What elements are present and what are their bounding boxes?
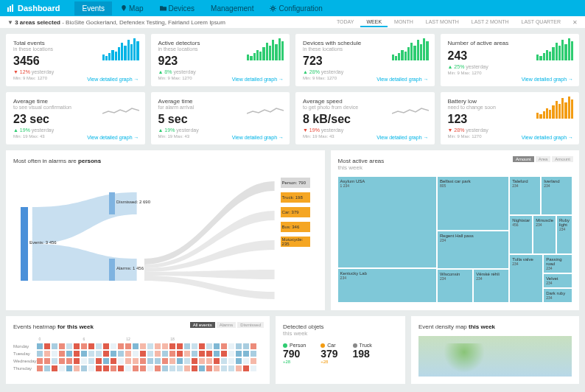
tm-cell[interactable]: Passing road234 bbox=[544, 255, 572, 273]
heatmap-cell[interactable] bbox=[66, 358, 72, 364]
heatmap-cell[interactable] bbox=[44, 343, 50, 349]
heatmap-cell[interactable] bbox=[206, 343, 212, 349]
heatmap-cell[interactable] bbox=[177, 365, 183, 371]
heatmap-cell[interactable] bbox=[236, 365, 242, 371]
heatmap-cell[interactable] bbox=[88, 365, 94, 371]
view-detailed-link[interactable]: View detailed graph → bbox=[87, 77, 139, 82]
heatmap-cell[interactable] bbox=[192, 343, 197, 349]
heatmap-cell[interactable] bbox=[192, 358, 197, 364]
tm-cell[interactable]: Regent Hall pass234 bbox=[438, 231, 508, 268]
heatmap-cell[interactable] bbox=[169, 365, 175, 371]
view-detailed-link[interactable]: View detailed graph → bbox=[376, 135, 428, 140]
range-month[interactable]: MONTH bbox=[388, 18, 419, 27]
heatmap-cell[interactable] bbox=[37, 351, 43, 357]
heatmap-cell[interactable] bbox=[59, 343, 65, 349]
nav-events[interactable]: Events bbox=[74, 1, 112, 15]
heatmap-cell[interactable] bbox=[251, 358, 256, 364]
heatmap-cell[interactable] bbox=[147, 365, 153, 371]
heatmap-cell[interactable] bbox=[214, 358, 220, 364]
tm-cell[interactable]: Wisconsin234 bbox=[438, 270, 472, 302]
heatmap-cell[interactable] bbox=[111, 358, 116, 364]
tm-cell[interactable]: Nightstar456 bbox=[510, 216, 532, 253]
heatmap-cell[interactable] bbox=[177, 351, 183, 357]
heatmap-cell[interactable] bbox=[140, 365, 146, 371]
heatmap-cell[interactable] bbox=[59, 358, 65, 364]
heatmap-cell[interactable] bbox=[66, 343, 72, 349]
heatmap-cell[interactable] bbox=[81, 358, 87, 364]
heatmap-cell[interactable] bbox=[221, 343, 227, 349]
heatmap-cell[interactable] bbox=[118, 351, 124, 357]
tm-cell[interactable]: Tulla valve234 bbox=[510, 255, 542, 302]
heatmap-cell[interactable] bbox=[236, 343, 242, 349]
heatmap-cell[interactable] bbox=[177, 343, 183, 349]
heatmap-cell[interactable] bbox=[37, 358, 43, 364]
heatmap-cell[interactable] bbox=[74, 351, 80, 357]
heatmap-cell[interactable] bbox=[236, 358, 242, 364]
heatmap-cell[interactable] bbox=[125, 365, 131, 371]
heatmap-cell[interactable] bbox=[155, 358, 161, 364]
heatmap-cell[interactable] bbox=[140, 351, 146, 357]
nav-management[interactable]: Management bbox=[203, 1, 261, 15]
heatmap-cell[interactable] bbox=[221, 351, 227, 357]
tm-cell[interactable]: Kentucky Lab234 bbox=[338, 269, 436, 302]
heatmap-cell[interactable] bbox=[221, 365, 227, 371]
heatmap-cell[interactable] bbox=[37, 365, 43, 371]
range-last-2-month[interactable]: LAST 2 MONTH bbox=[466, 18, 515, 27]
tm-cell[interactable]: Belfast car park805 bbox=[438, 177, 508, 230]
heatmap-cell[interactable] bbox=[206, 365, 212, 371]
tm-cell[interactable]: Iverland234 bbox=[542, 177, 572, 214]
heatmap-cell[interactable] bbox=[206, 358, 212, 364]
hm-btn-dismissed[interactable]: Dismissed bbox=[237, 322, 264, 328]
heatmap-cell[interactable] bbox=[44, 351, 50, 357]
heatmap-cell[interactable] bbox=[199, 358, 205, 364]
heatmap-cell[interactable] bbox=[66, 351, 72, 357]
heatmap-cell[interactable] bbox=[125, 358, 131, 364]
heatmap-cell[interactable] bbox=[103, 351, 109, 357]
heatmap-cell[interactable] bbox=[52, 358, 57, 364]
heatmap-cell[interactable] bbox=[155, 365, 161, 371]
heatmap-cell[interactable] bbox=[133, 351, 139, 357]
tm-cell[interactable]: Taleford234 bbox=[510, 177, 540, 214]
tm-cell[interactable]: Minuscle234 bbox=[533, 216, 556, 253]
nav-configuration[interactable]: Configuration bbox=[262, 1, 329, 15]
heatmap-cell[interactable] bbox=[96, 358, 102, 364]
heatmap-cell[interactable] bbox=[206, 351, 212, 357]
heatmap-cell[interactable] bbox=[118, 365, 124, 371]
heatmap-cell[interactable] bbox=[228, 351, 234, 357]
heatmap-cell[interactable] bbox=[162, 343, 168, 349]
close-icon[interactable]: ✕ bbox=[572, 19, 578, 26]
range-last-month[interactable]: LAST MONTH bbox=[420, 18, 465, 27]
heatmap-cell[interactable] bbox=[52, 343, 57, 349]
heatmap-cell[interactable] bbox=[162, 365, 168, 371]
heatmap-cell[interactable] bbox=[221, 358, 227, 364]
heatmap-cell[interactable] bbox=[74, 343, 80, 349]
heatmap-cell[interactable] bbox=[192, 365, 197, 371]
heatmap-cell[interactable] bbox=[243, 343, 249, 349]
heatmap-cell[interactable] bbox=[184, 358, 190, 364]
range-today[interactable]: TODAY bbox=[331, 18, 360, 27]
heatmap-cell[interactable] bbox=[199, 365, 205, 371]
heatmap-cell[interactable] bbox=[177, 358, 183, 364]
heatmap-cell[interactable] bbox=[111, 365, 116, 371]
density-map[interactable] bbox=[418, 336, 572, 377]
range-last-quarter[interactable]: LAST QUARTER bbox=[516, 18, 567, 27]
heatmap-cell[interactable] bbox=[103, 343, 109, 349]
tm-cell[interactable]: Asylum USA1 234 bbox=[338, 177, 436, 267]
heatmap-cell[interactable] bbox=[52, 365, 57, 371]
heatmap-cell[interactable] bbox=[236, 351, 242, 357]
range-week[interactable]: WEEK bbox=[360, 18, 388, 27]
heatmap-cell[interactable] bbox=[88, 351, 94, 357]
heatmap-cell[interactable] bbox=[169, 343, 175, 349]
heatmap-cell[interactable] bbox=[44, 358, 50, 364]
view-detailed-link[interactable]: View detailed graph → bbox=[522, 135, 573, 140]
heatmap-cell[interactable] bbox=[184, 365, 190, 371]
heatmap-cell[interactable] bbox=[169, 358, 175, 364]
heatmap-cell[interactable] bbox=[169, 351, 175, 357]
heatmap-cell[interactable] bbox=[184, 351, 190, 357]
heatmap-cell[interactable] bbox=[214, 343, 220, 349]
heatmap-cell[interactable] bbox=[74, 358, 80, 364]
heatmap-cell[interactable] bbox=[125, 343, 131, 349]
heatmap-cell[interactable] bbox=[251, 351, 256, 357]
heatmap-cell[interactable] bbox=[96, 343, 102, 349]
tm-cell[interactable]: Ruby light234 bbox=[557, 216, 572, 253]
